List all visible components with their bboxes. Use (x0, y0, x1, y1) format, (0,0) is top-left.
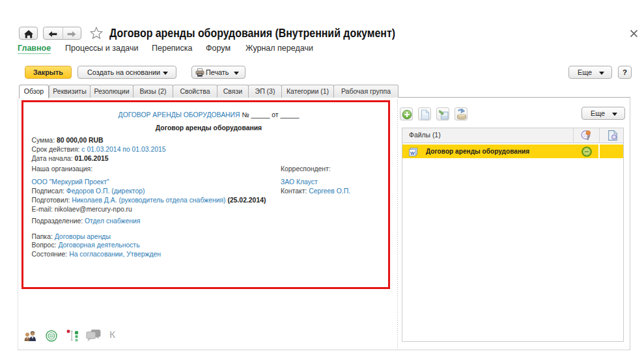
svg-text:W: W (410, 150, 415, 156)
